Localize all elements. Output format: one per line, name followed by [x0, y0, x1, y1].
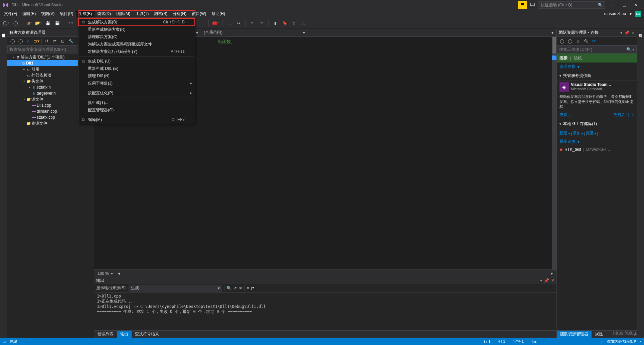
te-git-section[interactable]: ▾ 本地 GIT 存储库(1): [557, 119, 637, 129]
quick-launch-input[interactable]: 快速启动 (Ctrl+Q) 🔍: [538, 1, 605, 9]
menu-help[interactable]: 帮助(H): [209, 10, 228, 17]
open-file-button[interactable]: 📂▾: [34, 19, 42, 27]
new-project-button[interactable]: ⊞▾: [25, 19, 33, 27]
menu-view[interactable]: 视图(V): [38, 10, 57, 17]
comment-icon[interactable]: ▮: [271, 19, 279, 27]
output-goto-icon[interactable]: ↗: [233, 286, 237, 291]
indent-decrease-icon[interactable]: ≡: [258, 19, 266, 27]
save-all-button[interactable]: 💾: [53, 19, 61, 27]
save-button[interactable]: 💾: [44, 19, 52, 27]
build-menu-item[interactable]: 为解决方案生成完整程序数据库文件: [78, 40, 195, 48]
tab-output[interactable]: 输出: [117, 331, 132, 338]
git-repo-row[interactable]: ◆ RTK_test | D:\Work\RT...: [557, 146, 637, 153]
output-find-icon[interactable]: 🔍: [226, 286, 231, 291]
status-source-control[interactable]: 添加到源代码管理: [603, 339, 640, 344]
avatar[interactable]: MZ: [635, 11, 641, 17]
build-menu-item[interactable]: 重新生成 Dll1 (E): [78, 65, 195, 72]
git-clone-link[interactable]: 克隆: [586, 130, 594, 136]
tab-find-symbol[interactable]: 查找符号结果: [132, 331, 162, 338]
home-solution-icon[interactable]: ⌂: [25, 38, 31, 44]
te-back-icon[interactable]: ◯: [559, 38, 565, 44]
menu-edit[interactable]: 编辑(E): [20, 10, 38, 17]
tab-error-list[interactable]: 错误列表: [94, 331, 117, 338]
indent-increase-icon[interactable]: ≡: [248, 19, 256, 27]
build-menu-item[interactable]: 清理解决方案(C): [78, 33, 195, 40]
nav-forward-button[interactable]: ◯: [11, 19, 19, 27]
feedback-icon[interactable]: [528, 1, 536, 9]
close-panel-icon[interactable]: ✕: [631, 30, 635, 35]
editor-scrollbar[interactable]: [552, 37, 556, 269]
menu-tools[interactable]: 工具(T): [133, 10, 151, 17]
build-menu-item[interactable]: 按配置优化(P)▶: [78, 89, 195, 97]
menu-team[interactable]: 团队(M): [114, 10, 133, 17]
tab-team-explorer[interactable]: 团队资源管理器: [557, 331, 592, 338]
editor-nav-scope[interactable]: (全局范围)▾: [201, 29, 308, 36]
te-free-link[interactable]: 免费入门: [613, 112, 629, 118]
output-wrap-icon[interactable]: ≡: [247, 286, 249, 291]
bookmark-icon[interactable]: 🔖: [281, 19, 289, 27]
menu-build[interactable]: 生成(B): [76, 10, 95, 17]
te-plug-icon[interactable]: 🔌: [583, 38, 589, 44]
chevron-down-icon[interactable]: ▾: [111, 271, 113, 276]
menu-window[interactable]: 窗口(W): [189, 10, 209, 17]
panel-menu-icon[interactable]: ▾: [540, 278, 542, 283]
build-menu-item[interactable]: 仅用于项目(J)▶: [78, 80, 195, 87]
tool-icon-2[interactable]: ↦: [234, 19, 243, 27]
close-button[interactable]: ✕: [630, 0, 641, 10]
git-view-options-link[interactable]: 视图选项: [559, 139, 576, 144]
status-window-icon[interactable]: ▭: [3, 339, 6, 344]
menu-debug[interactable]: 调试(D): [95, 10, 114, 17]
menu-analyze[interactable]: 分析(N): [170, 10, 189, 17]
tool-icon-1[interactable]: ⬚: [225, 19, 233, 27]
team-search-input[interactable]: 搜索工作项 (Ctrl+') 🔍 ▾: [557, 45, 637, 53]
build-menu-item[interactable]: 配置管理器(O)...: [78, 106, 195, 114]
output-text[interactable]: 1>Dll1.cpp 1>正在生成代码... 1>Dll1.vcxproj ->…: [94, 293, 556, 330]
maximize-button[interactable]: ▢: [619, 0, 630, 10]
tool-icon-3[interactable]: ⎌: [290, 19, 298, 27]
minimize-button[interactable]: ─: [607, 0, 619, 10]
show-all-icon[interactable]: ⊡: [60, 38, 66, 44]
pin-icon[interactable]: 📌: [544, 278, 549, 283]
build-menu-item[interactable]: 对解决方案运行代码分析(Y)Alt+F11: [78, 48, 195, 55]
refresh-icon[interactable]: ◯: [17, 38, 23, 44]
te-forward-icon[interactable]: ◯: [567, 38, 573, 44]
te-connect-link[interactable]: 连接...: [559, 112, 571, 118]
notification-flag-icon[interactable]: [518, 1, 527, 9]
te-hosted-section[interactable]: ▾ 托管服务提供商: [557, 71, 637, 81]
properties-icon[interactable]: 🔧: [68, 38, 74, 44]
nav-back-button[interactable]: ◯▾: [2, 19, 10, 27]
output-source-select[interactable]: 生成 ▾: [129, 285, 222, 292]
right-sidebar-tab[interactable]: 属性: [637, 29, 644, 338]
output-clear-icon[interactable]: ✕: [239, 286, 242, 291]
tool-icon-4[interactable]: ⎌: [299, 19, 307, 27]
scope-icon[interactable]: 🗀▾: [33, 38, 39, 44]
toolbox-icon[interactable]: 🧰▾: [211, 19, 219, 27]
menu-project[interactable]: 项目(P): [57, 10, 76, 17]
collapse-icon[interactable]: ⇄: [52, 38, 58, 44]
home-icon[interactable]: ◯: [9, 38, 15, 44]
zoom-level[interactable]: 100 %: [98, 271, 109, 276]
sync-icon[interactable]: ↺: [44, 38, 50, 44]
undo-button[interactable]: ↶▾: [67, 19, 75, 27]
te-refresh-icon[interactable]: ⟳: [591, 38, 597, 44]
build-menu-item[interactable]: 重新生成解决方案(R): [78, 26, 195, 33]
user-area[interactable]: mason zhao ▼ MZ: [604, 10, 644, 17]
build-menu-item[interactable]: ⧉生成 Dll1 (U): [78, 58, 195, 65]
build-menu-item[interactable]: ⧉生成解决方案(B)Ctrl+Shift+B: [78, 18, 195, 26]
build-menu-item[interactable]: 清理 Dll1(N): [78, 72, 195, 80]
build-menu-item[interactable]: 批生成(T)...: [78, 99, 195, 106]
pin-icon[interactable]: 📌: [624, 30, 629, 35]
panel-menu-icon[interactable]: ▾: [620, 30, 622, 35]
output-toggle-icon[interactable]: ⇄: [251, 286, 254, 291]
menu-file[interactable]: 文件(F): [1, 10, 20, 17]
build-menu-item[interactable]: ⧉编译(M)Ctrl+F7: [78, 116, 195, 123]
tab-properties[interactable]: 属性: [592, 331, 606, 338]
close-panel-icon[interactable]: ✕: [551, 278, 554, 283]
menu-test[interactable]: 测试(S): [151, 10, 170, 17]
te-manage-connections-link[interactable]: 管理连接: [559, 64, 576, 70]
left-sidebar-tab-server-explorer[interactable]: 服务器资源管理器: [0, 29, 7, 338]
te-home-icon[interactable]: ⌂: [575, 38, 581, 44]
git-add-link[interactable]: 添加: [573, 130, 581, 136]
git-new-link[interactable]: 新建: [559, 130, 568, 136]
editor-nav-member[interactable]: ▾: [308, 29, 556, 36]
